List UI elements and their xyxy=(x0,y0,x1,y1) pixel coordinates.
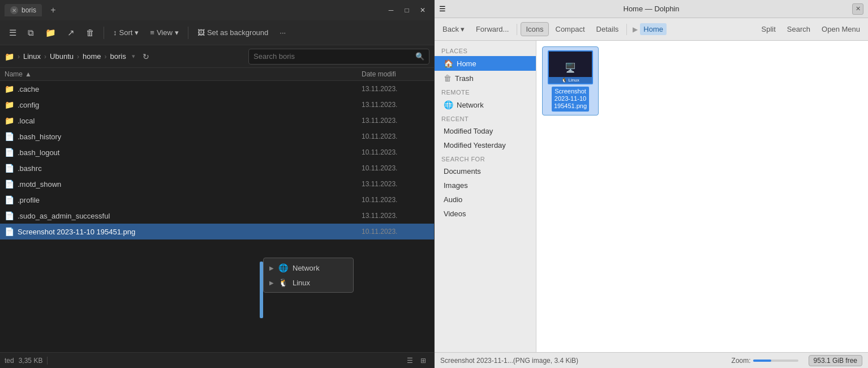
sidebar-item-trash[interactable]: 🗑 Trash xyxy=(435,71,536,85)
file-list-header: Name ▲ Date modifi xyxy=(0,68,434,81)
more-options-button[interactable]: ··· xyxy=(275,24,290,42)
more-icon: ··· xyxy=(280,28,286,37)
zoom-control: Zoom: xyxy=(732,357,798,365)
table-row[interactable]: 📁 .cache 13.11.2023. xyxy=(0,81,434,97)
sort-button[interactable]: ↕ Sort ▾ xyxy=(109,24,143,42)
forward-button[interactable]: Forward... xyxy=(471,23,514,36)
dolphin-menu-icon[interactable]: ☰ xyxy=(439,5,450,13)
sort-chevron-icon: ▾ xyxy=(135,28,139,37)
right-breadcrumb: ▶ Home xyxy=(633,23,667,35)
search-for-label: Search For xyxy=(435,152,536,164)
sidebar-network-label: Network xyxy=(457,101,484,109)
add-tab-button[interactable]: + xyxy=(46,3,60,17)
table-row[interactable]: 📄 .sudo_as_admin_successful 13.11.2023. xyxy=(0,208,434,224)
copy-button[interactable]: ⧉ xyxy=(23,24,38,42)
new-folder-button[interactable]: 📁 xyxy=(41,24,61,42)
new-folder-icon: 📁 xyxy=(45,28,56,38)
breadcrumb-home[interactable]: Home xyxy=(640,23,667,35)
table-row[interactable]: 📄 .profile 10.11.2023. xyxy=(0,192,434,208)
search-box[interactable]: 🔍 xyxy=(248,49,429,65)
file-date: 10.11.2023. xyxy=(362,196,429,204)
file-info: Screenshot 2023-11-1...(PNG image, 3.4 K… xyxy=(440,357,578,365)
linux-icon: 🐧 xyxy=(278,278,288,287)
tab-boris[interactable]: ✕ boris xyxy=(5,4,42,16)
file-date: 10.11.2023. xyxy=(362,164,429,172)
view-icon: ≡ xyxy=(150,28,154,37)
thumbnail-preview: 🖥️ 🐧 Linux xyxy=(548,50,593,84)
table-row[interactable]: 📄 .bashrc 10.11.2023. xyxy=(0,160,434,176)
bc-sep: ▶ xyxy=(633,25,638,33)
sidebar-item-videos[interactable]: Videos xyxy=(435,207,536,221)
table-row[interactable]: 📄 Screenshot 2023-11-10 195451.png 10.11… xyxy=(0,224,434,239)
sidebar-item-home[interactable]: 🏠 Home xyxy=(435,56,536,71)
share-button[interactable]: ↗ xyxy=(63,24,79,42)
network-icon: 🌐 xyxy=(444,100,453,109)
list-view-button[interactable]: ☰ xyxy=(403,354,416,367)
folder-icon: 📁 xyxy=(5,100,14,109)
zoom-label: Zoom: xyxy=(732,357,751,365)
grid-view-button[interactable]: ⊞ xyxy=(417,354,429,367)
view-button[interactable]: ≡ View ▾ xyxy=(145,24,183,42)
set-background-button[interactable]: 🖼 Set as background xyxy=(193,24,273,42)
column-name-header[interactable]: Name ▲ xyxy=(5,70,362,78)
table-row[interactable]: 📄 .bash_logout 10.11.2023. xyxy=(0,144,434,160)
sidebar-toggle-button[interactable]: ☰ xyxy=(5,24,21,42)
file-icon: 📄 xyxy=(5,179,14,189)
breadcrumb-boris[interactable]: boris xyxy=(110,52,126,61)
thumbnail-name: Screenshot2023-11-10195451.png xyxy=(552,87,589,112)
column-date-header[interactable]: Date modifi xyxy=(362,70,429,78)
breadcrumb-ubuntu[interactable]: Ubuntu xyxy=(50,52,74,61)
search-input[interactable] xyxy=(253,52,412,61)
table-row[interactable]: 📁 .local 13.11.2023. xyxy=(0,113,434,129)
file-icon: 📄 xyxy=(5,211,14,220)
icons-view-button[interactable]: Icons xyxy=(521,22,548,36)
right-panel: ☰ Home — Dolphin ✕ Back▾ Forward... Icon… xyxy=(435,0,868,368)
sidebar-item-audio[interactable]: Audio xyxy=(435,192,536,207)
remote-label: Remote xyxy=(435,85,536,97)
details-view-button[interactable]: Details xyxy=(592,23,624,36)
dolphin-close-button[interactable]: ✕ xyxy=(852,3,863,15)
drag-label-linux: Linux xyxy=(293,279,310,287)
network-icon: 🌐 xyxy=(278,263,288,272)
nav-separator-2 xyxy=(626,24,627,35)
search-icon: 🔍 xyxy=(415,52,424,61)
drag-label-network: Network xyxy=(293,264,320,272)
compact-view-button[interactable]: Compact xyxy=(551,23,590,36)
search-button[interactable]: Search xyxy=(783,23,815,36)
close-button[interactable]: ✕ xyxy=(416,3,429,17)
sidebar-item-images[interactable]: Images xyxy=(435,178,536,192)
table-row[interactable]: 📄 .motd_shown 13.11.2023. xyxy=(0,176,434,192)
split-label: Split xyxy=(762,25,776,33)
maximize-button[interactable]: □ xyxy=(400,3,414,17)
back-button[interactable]: Back▾ xyxy=(438,23,469,36)
table-row[interactable]: 📁 .config 13.11.2023. xyxy=(0,97,434,113)
file-date: 13.11.2023. xyxy=(362,180,429,188)
tab-close-icon[interactable]: ✕ xyxy=(10,6,18,14)
file-icon: 📄 xyxy=(5,164,14,173)
places-label: Places xyxy=(435,44,536,56)
trash-button[interactable]: 🗑 xyxy=(81,24,99,42)
sidebar-item-modified-yesterday[interactable]: Modified Yesterday xyxy=(435,138,536,152)
dolphin-body: Places 🏠 Home 🗑 Trash Remote 🌐 Network R… xyxy=(435,41,868,352)
breadcrumb-dropdown-icon[interactable]: ▾ xyxy=(132,53,135,60)
file-date: 13.11.2023. xyxy=(362,85,429,93)
table-row[interactable]: 📄 .bash_history 10.11.2023. xyxy=(0,129,434,144)
nav-separator xyxy=(517,24,517,35)
file-thumbnail[interactable]: 🖥️ 🐧 Linux Screenshot2023-11-10195451.pn… xyxy=(542,46,599,115)
drag-item-network[interactable]: ▶ 🌐 Network xyxy=(264,260,353,275)
minimize-button[interactable]: ─ xyxy=(384,3,398,17)
zoom-slider[interactable] xyxy=(753,360,798,362)
sidebar-item-documents[interactable]: Documents xyxy=(435,164,536,178)
refresh-button[interactable]: ↻ xyxy=(139,49,153,64)
breadcrumb-linux[interactable]: Linux xyxy=(23,52,41,61)
drag-item-linux[interactable]: ▶ 🐧 Linux xyxy=(264,275,353,290)
breadcrumb-home[interactable]: home xyxy=(83,52,101,61)
back-chevron-icon: ▾ xyxy=(461,25,465,33)
open-menu-button[interactable]: Open Menu xyxy=(817,23,865,36)
split-button[interactable]: Split xyxy=(757,23,780,36)
toolbar-separator xyxy=(104,27,104,39)
file-icon: 📄 xyxy=(5,148,14,157)
sidebar-item-network[interactable]: 🌐 Network xyxy=(435,97,536,112)
folder-icon: 📁 xyxy=(5,52,14,61)
sidebar-item-modified-today[interactable]: Modified Today xyxy=(435,124,536,138)
